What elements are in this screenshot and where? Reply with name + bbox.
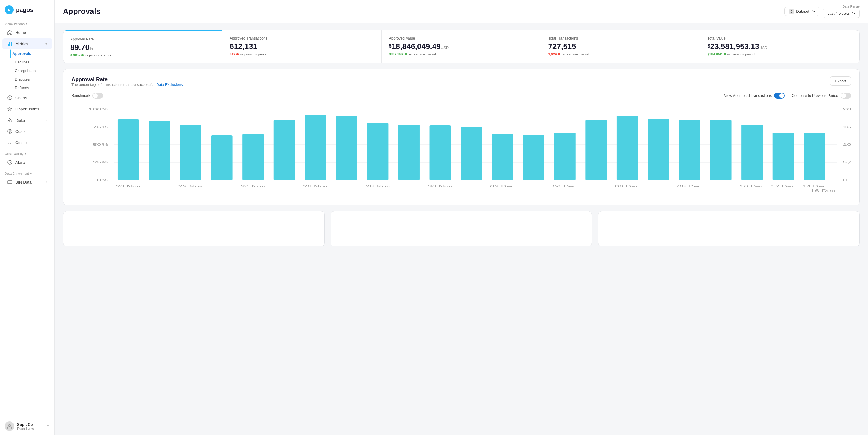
benchmark-toggle-group: Benchmark [71, 93, 103, 99]
dataset-button[interactable]: 0 Dataset ⌃▾ [784, 7, 819, 16]
svg-text:50%: 50% [93, 143, 108, 146]
stat-approved-transactions-label: Approved Transactions [229, 36, 374, 40]
svg-point-11 [9, 142, 9, 142]
svg-point-2 [8, 9, 10, 10]
svg-rect-5 [11, 42, 11, 46]
date-range-label: Date Range [823, 5, 860, 8]
svg-text:08 Dec: 08 Dec [677, 185, 702, 188]
svg-text:10 Dec: 10 Dec [740, 185, 764, 188]
sidebar-subitem-declines[interactable]: Declines [12, 58, 54, 66]
stat-approval-rate[interactable]: Approval Rate 89.70% 0.30% vs previous p… [63, 30, 222, 63]
data-exclusions-link[interactable]: Data Exclusions [156, 82, 183, 87]
stat-approval-rate-value: 89.70% [70, 43, 215, 52]
chart-title: Approval Rate [71, 76, 183, 82]
footer-company: Supr. Co [17, 422, 43, 427]
svg-rect-49 [617, 116, 638, 180]
dataset-count: 0 [789, 9, 794, 13]
stat-approval-rate-label: Approval Rate [70, 37, 215, 41]
svg-rect-36 [211, 135, 232, 180]
svg-rect-3 [8, 44, 8, 46]
change-down-indicator-2 [558, 53, 560, 56]
bottom-row [63, 211, 860, 246]
svg-point-16 [8, 424, 11, 427]
stat-approved-value[interactable]: Approved Value $18,846,049.49USD $349.35… [382, 30, 541, 63]
svg-text:25%: 25% [93, 161, 108, 164]
chart-header: Approval Rate The percentage of transact… [71, 76, 851, 92]
svg-text:02 Dec: 02 Dec [490, 185, 515, 188]
benchmark-label: Benchmark [71, 94, 90, 98]
sidebar-item-opportunities[interactable]: Opportunities [2, 104, 52, 114]
svg-rect-35 [180, 125, 201, 180]
sidebar-subitem-chargebacks[interactable]: Chargebacks [12, 66, 54, 75]
svg-text:14 Dec: 14 Dec [802, 185, 827, 188]
svg-rect-42 [398, 125, 420, 180]
sidebar-item-costs[interactable]: $ Costs › [2, 126, 52, 137]
svg-rect-43 [430, 126, 451, 180]
stat-approved-transactions[interactable]: Approved Transactions 612,131 617 vs pre… [222, 30, 382, 63]
change-down-indicator [236, 53, 239, 56]
change-up-indicator-3 [723, 53, 726, 56]
stat-total-value[interactable]: Total Value $23,581,953.13USD $384.95K v… [701, 30, 860, 63]
bottom-card-2 [331, 211, 592, 246]
logo-text: pagos [16, 6, 33, 13]
observability-section[interactable]: Observability ▾ [0, 148, 54, 157]
stat-total-transactions-label: Total Transactions [548, 36, 693, 40]
sidebar-subitem-approvals[interactable]: Approvals [10, 49, 54, 58]
dataset-label: Dataset [796, 9, 809, 13]
compare-toggle[interactable] [840, 93, 851, 99]
stats-row: Approval Rate 89.70% 0.30% vs previous p… [63, 30, 860, 63]
footer-chevron-icon: ⌃ [46, 424, 50, 429]
data-enrichment-chevron-icon: ▾ [30, 171, 32, 175]
stat-approved-value-label: Approved Value [389, 36, 533, 40]
sidebar-item-metrics[interactable]: Metrics ▾ [2, 38, 52, 49]
sidebar-item-home[interactable]: Home [2, 27, 52, 38]
chart-subtitle: The percentage of transactions that are … [71, 82, 183, 87]
svg-text:100%: 100% [88, 107, 108, 111]
svg-text:0: 0 [843, 178, 847, 182]
sidebar-item-bin-data[interactable]: BIN Data › [2, 177, 52, 188]
bar-chart: 100% 75% 50% 25% 0% 20,000 15,000 10,000… [71, 103, 851, 198]
svg-rect-4 [9, 42, 10, 46]
svg-rect-14 [8, 180, 12, 183]
svg-rect-40 [336, 116, 357, 180]
svg-rect-52 [710, 120, 732, 180]
svg-text:16 Dec: 16 Dec [810, 189, 835, 192]
sidebar-item-risks[interactable]: Risks › [2, 115, 52, 126]
logo[interactable]: pagos [0, 0, 54, 18]
export-button[interactable]: Export [830, 76, 851, 86]
sidebar-subitem-disputes[interactable]: Disputes [12, 75, 54, 83]
sidebar-item-alerts[interactable]: Alerts [2, 157, 52, 168]
svg-rect-47 [554, 133, 576, 180]
main-header: Approvals 0 Dataset ⌃▾ Date Range Last 4… [55, 0, 868, 23]
date-range-value: Last 4 weeks [827, 11, 850, 15]
data-enrichment-section[interactable]: Data Enrichment ▾ [0, 168, 54, 176]
visualizations-section[interactable]: Visualizations ▾ [0, 18, 54, 27]
header-controls: 0 Dataset ⌃▾ Date Range Last 4 weeks ⌃▾ [784, 5, 860, 18]
svg-point-13 [8, 160, 12, 164]
date-range-button[interactable]: Last 4 weeks ⌃▾ [823, 9, 860, 18]
content-area: Approval Rate 89.70% 0.30% vs previous p… [55, 23, 868, 254]
svg-text:26 Nov: 26 Nov [303, 185, 328, 188]
observability-chevron-icon: ▾ [25, 152, 27, 156]
stat-approved-transactions-value: 612,131 [229, 42, 374, 51]
bin-data-chevron-icon: › [46, 180, 47, 184]
svg-text:75%: 75% [93, 125, 108, 129]
view-attempted-toggle[interactable] [774, 93, 785, 99]
change-up-indicator [81, 54, 84, 56]
stat-total-transactions[interactable]: Total Transactions 727,515 1,929 vs prev… [541, 30, 701, 63]
sidebar-subitem-refunds[interactable]: Refunds [12, 83, 54, 92]
view-attempted-label: View Attempted Transactions [724, 94, 772, 98]
benchmark-toggle[interactable] [92, 93, 103, 99]
sidebar-item-copilot[interactable]: Copilot [2, 137, 52, 148]
sidebar-item-costs-label: Costs [16, 129, 26, 134]
chart-svg: 100% 75% 50% 25% 0% 20,000 15,000 10,000… [71, 103, 851, 198]
benchmark-toggle-knob [93, 93, 98, 98]
stat-approval-rate-change: 0.30% vs previous period [70, 54, 215, 57]
svg-rect-50 [648, 119, 669, 180]
dataset-chevron-icon: ⌃▾ [811, 10, 815, 13]
sidebar-item-charts[interactable]: Charts [2, 92, 52, 103]
svg-rect-54 [773, 133, 794, 180]
footer-user: Ryan Burke [17, 427, 43, 430]
svg-rect-48 [585, 120, 607, 180]
sidebar-footer[interactable]: Supr. Co Ryan Burke ⌃ [0, 417, 54, 435]
